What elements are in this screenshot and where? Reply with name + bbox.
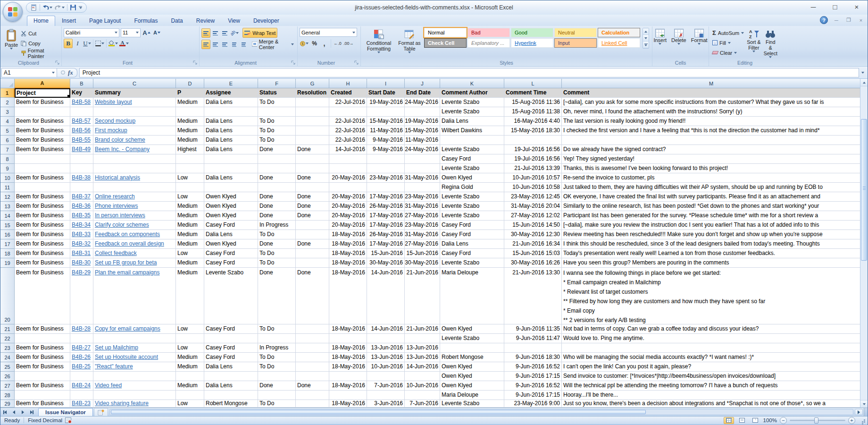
- cell-c2[interactable]: Website layout: [93, 98, 176, 107]
- autosum-button[interactable]: ΣAutoSum: [711, 28, 745, 38]
- row-header-1[interactable]: 1: [0, 88, 15, 98]
- cell-i13[interactable]: 26-May-2016: [367, 202, 405, 211]
- cell-f14[interactable]: Done: [258, 211, 296, 221]
- cell-f6[interactable]: To Do: [258, 136, 296, 145]
- cell-m19[interactable]: Have you seen this group? Members are po…: [562, 258, 861, 268]
- name-box[interactable]: A1: [1, 68, 57, 77]
- column-header-a[interactable]: A: [15, 79, 70, 88]
- cell-a25[interactable]: Beem for Business: [15, 362, 70, 372]
- cell-a4[interactable]: Beem for Business: [15, 117, 70, 126]
- cell-c29[interactable]: Video sharing feature: [93, 400, 176, 408]
- cell-c25[interactable]: "React" feature: [93, 362, 176, 372]
- comma-style-button[interactable]: ,: [320, 39, 329, 48]
- merge-center-button[interactable]: Merge & Center: [250, 39, 295, 49]
- find-select-button[interactable]: Find & Select: [762, 28, 779, 59]
- cell-f13[interactable]: Done: [258, 202, 296, 211]
- cell-l4[interactable]: 16-May-2016 4:40: [504, 117, 562, 126]
- cell-f18[interactable]: To Do: [258, 249, 296, 258]
- cell-c26[interactable]: [93, 372, 176, 381]
- cell-e16[interactable]: Dalia Lens: [204, 230, 258, 239]
- column-header-l[interactable]: L: [504, 79, 562, 88]
- cell-h8[interactable]: [329, 154, 367, 164]
- cell-j13[interactable]: 31-May-2016: [405, 202, 440, 211]
- cell-d24[interactable]: Medium: [176, 353, 204, 362]
- cell-c24[interactable]: Set up Hootsuite account: [93, 353, 176, 362]
- row-header-17[interactable]: 17: [0, 239, 15, 249]
- prev-sheet-button[interactable]: [9, 408, 18, 416]
- shrink-font-button[interactable]: A: [152, 28, 161, 37]
- cell-j24[interactable]: 13-Jun-2016: [405, 353, 440, 362]
- gallery-more-icon[interactable]: [643, 42, 649, 48]
- cell-m17[interactable]: I think this should be rescheduled, sinc…: [562, 239, 861, 249]
- cell-e11[interactable]: [204, 183, 258, 192]
- cell-d26[interactable]: [176, 372, 204, 381]
- align-left-button[interactable]: [201, 40, 210, 49]
- cell-h6[interactable]: 22-Jul-2016: [329, 136, 367, 145]
- cell-c17[interactable]: Feedback on overall design: [93, 239, 176, 249]
- cell-k3[interactable]: Levente Szabo: [440, 107, 504, 117]
- cell-l11[interactable]: 10-Jun-2016 10:58: [504, 183, 562, 192]
- column-header-d[interactable]: D: [176, 79, 204, 88]
- zoom-slider[interactable]: [790, 420, 845, 421]
- sheet-tab-issue-navigator[interactable]: Issue Navigator: [38, 408, 93, 416]
- cell-m9[interactable]: Thanks, this is awesome! I've been looki…: [562, 164, 861, 173]
- number-format-select[interactable]: General: [300, 28, 357, 37]
- cell-c20[interactable]: Plan the email campaigns: [93, 268, 176, 324]
- tab-insert[interactable]: Insert: [55, 16, 83, 26]
- cell-l9[interactable]: 21-Jul-2016 13:39: [504, 164, 562, 173]
- cell-e21[interactable]: Casey Ford: [204, 324, 258, 334]
- cell-g27[interactable]: Done: [296, 381, 329, 391]
- cell-b27[interactable]: B4B-24: [70, 381, 93, 391]
- cell-j4[interactable]: 19-May-2016: [405, 117, 440, 126]
- cell-b26[interactable]: [70, 372, 93, 381]
- redo-button[interactable]: [55, 5, 65, 10]
- cell-k8[interactable]: Casey Ford: [440, 154, 504, 164]
- cell-m12[interactable]: OK everyone, I have created the final li…: [562, 192, 861, 202]
- cell-b20[interactable]: B4B-29: [70, 268, 93, 324]
- top-align-button[interactable]: [201, 28, 210, 38]
- cell-j29[interactable]: 7-Jun-2016: [405, 400, 440, 408]
- cell-f17[interactable]: Done: [258, 239, 296, 249]
- cell-j23[interactable]: 13-Jun-2016: [405, 343, 440, 353]
- cell-g19[interactable]: [296, 258, 329, 268]
- cell-i26[interactable]: [367, 372, 405, 381]
- cell-c19[interactable]: Set up FB group for beta: [93, 258, 176, 268]
- row-header-20[interactable]: 20: [0, 268, 15, 324]
- cell-i20[interactable]: 14-Jun-2016: [367, 268, 405, 324]
- cell-b3[interactable]: [70, 107, 93, 117]
- cell-b8[interactable]: [70, 154, 93, 164]
- cell-e6[interactable]: Dalia Lens: [204, 136, 258, 145]
- font-size-select[interactable]: 11: [121, 28, 141, 37]
- row-header-11[interactable]: 11: [0, 183, 15, 192]
- row-header-9[interactable]: 9: [0, 164, 15, 173]
- cell-k18[interactable]: Casey Ford: [440, 249, 504, 258]
- cell-h9[interactable]: [329, 164, 367, 173]
- cell-l15[interactable]: 15-Jun-2016 14:50: [504, 221, 562, 230]
- column-header-k[interactable]: K: [440, 79, 504, 88]
- row-header-13[interactable]: 13: [0, 202, 15, 211]
- workbook-minimize-icon[interactable]: ─: [833, 17, 840, 23]
- cell-g7[interactable]: Done: [296, 145, 329, 154]
- cell-m22[interactable]: Would love to. Ping me anytime.: [562, 334, 861, 343]
- page-break-view-button[interactable]: [750, 417, 760, 424]
- cell-g29[interactable]: [296, 400, 329, 408]
- cell-f26[interactable]: [258, 372, 296, 381]
- cell-l20[interactable]: 21-Jun-2016 13:30: [504, 268, 562, 324]
- cell-i15[interactable]: 17-May-2016: [367, 221, 405, 230]
- cell-j22[interactable]: [405, 334, 440, 343]
- cell-b10[interactable]: B4B-38: [70, 173, 93, 183]
- cell-b24[interactable]: B4B-26: [70, 353, 93, 362]
- cell-j12[interactable]: 23-May-2016: [405, 192, 440, 202]
- cell-c4[interactable]: Second mockup: [93, 117, 176, 126]
- cell-a11[interactable]: [15, 183, 70, 192]
- cell-e10[interactable]: Dalia Lens: [204, 173, 258, 183]
- fill-color-button[interactable]: [108, 39, 118, 48]
- cell-h1[interactable]: Created: [329, 88, 367, 98]
- cell-h24[interactable]: 18-May-2016: [329, 353, 367, 362]
- cell-i23[interactable]: 13-Jun-2016: [367, 343, 405, 353]
- normal-view-button[interactable]: [724, 417, 734, 424]
- row-header-28[interactable]: 28: [0, 391, 15, 400]
- cell-l25[interactable]: 9-Jun-2016 16:52: [504, 362, 562, 372]
- tab-splitter[interactable]: [864, 408, 868, 416]
- cell-a13[interactable]: Beem for Business: [15, 202, 70, 211]
